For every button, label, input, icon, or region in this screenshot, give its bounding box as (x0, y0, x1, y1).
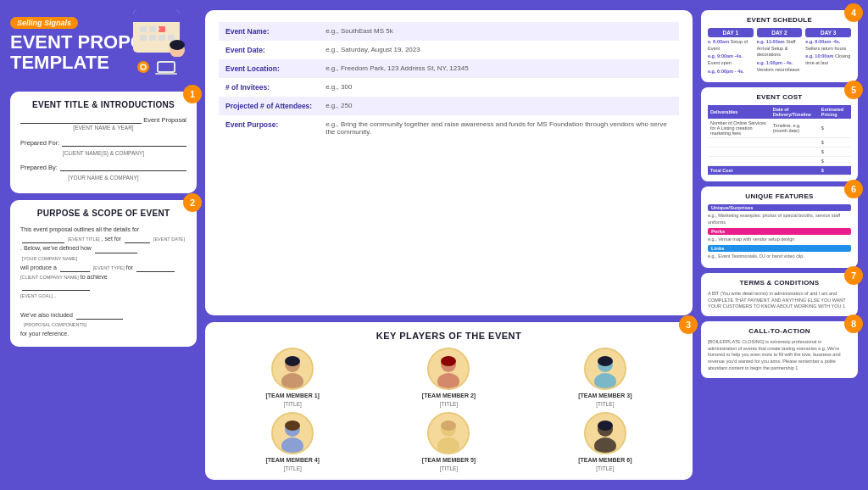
list-item: [TEAM MEMBER 1][TITLE] (217, 348, 368, 407)
schedule-day-header: DAY 3 (805, 28, 851, 37)
svg-point-19 (142, 65, 145, 69)
table-row: Number of Online Services for A Listing … (708, 119, 851, 138)
prepared-for-row: Prepared For: (20, 139, 186, 147)
event-proposal-text: Event Proposal (143, 116, 186, 124)
svg-rect-3 (140, 26, 147, 32)
table-cell-value: e.g., 250 (319, 97, 679, 115)
cost-cell (708, 138, 771, 148)
features-sections: Unique/Surprisese.g., Marketing examples… (708, 204, 851, 259)
feature-section: Unique/Surprisese.g., Marketing examples… (708, 204, 851, 225)
total-label: Total Cost (708, 166, 819, 175)
cost-cell (708, 148, 771, 157)
list-item: [TEAM MEMBER 5][TITLE] (373, 412, 524, 471)
feature-text: e.g., Venue map with vendor setup design (708, 237, 851, 242)
cost-column-header: Date of Delivery/Timeline (771, 105, 819, 119)
list-item: [TEAM MEMBER 6][TITLE] (530, 412, 681, 471)
avatar (584, 412, 626, 454)
terms-card: 7 TERMS & CONDITIONS A BIT (You write de… (701, 273, 858, 316)
feature-section-title: Unique/Surprises (708, 204, 851, 211)
cost-table: DeliverablesDate of Delivery/TimelineEst… (708, 105, 851, 175)
section2-number: 2 (183, 193, 202, 212)
table-row: # of Invitees:e.g., 300 (219, 78, 679, 97)
svg-rect-2 (133, 18, 180, 22)
key-players-card: 3 KEY PLAYERS OF THE EVENT [TEAM MEMBER … (205, 322, 693, 480)
table-row: $ (708, 157, 851, 166)
cost-card: 5 EVENT COST DeliverablesDate of Deliver… (701, 87, 858, 181)
schedule-item: e.g. 1:00pm - 4s. Vendors return/leave (757, 60, 803, 73)
svg-point-26 (441, 356, 456, 366)
section2-body: This event proposal outlines all the det… (20, 225, 186, 338)
cta-number: 8 (844, 315, 863, 333)
schedule-day: DAY 3e.g. 8:00am -4s. Sellers return hou… (805, 28, 851, 76)
player-name: [TEAM MEMBER 4] (265, 457, 319, 463)
brand-header: Selling Signals EVENT PROPOSAL TEMPLATE (10, 10, 197, 86)
section1-title: EVENT TITLE & INTRODUCTIONS (20, 100, 186, 109)
cost-title: EVENT COST (708, 93, 851, 101)
player-name: [TEAM MEMBER 6] (578, 457, 632, 463)
total-value: $ (819, 166, 851, 175)
feature-text: e.g., Event Testimonials, DJ or band vid… (708, 253, 851, 259)
feature-section-title: Perks (708, 228, 851, 235)
schedule-number: 4 (844, 3, 863, 22)
list-item: [TEAM MEMBER 2][TITLE] (373, 348, 524, 407)
cta-title: CALL-TO-ACTION (708, 327, 851, 335)
svg-rect-16 (155, 73, 177, 75)
terms-title: TERMS & CONDITIONS (708, 279, 851, 287)
schedule-item: e.g. 11:00am Staff Arrival Setup & decor… (757, 39, 803, 58)
brand-badge: Selling Signals (10, 17, 78, 29)
prepared-by-row: Prepared By: (20, 164, 186, 171)
table-cell-label: Event Date: (219, 41, 319, 59)
list-item: [TEAM MEMBER 3][TITLE] (530, 348, 681, 407)
player-title: [TITLE] (284, 465, 302, 471)
features-title: UNIQUE FEATURES (708, 192, 851, 200)
schedule-item: e.g. 6:00pm - 4s. (708, 69, 754, 75)
left-panel: Selling Signals EVENT PROPOSAL TEMPLATE (10, 10, 197, 480)
player-title: [TITLE] (440, 401, 458, 407)
svg-rect-6 (140, 35, 147, 41)
cost-number: 5 (844, 81, 863, 99)
section1-card: 1 EVENT TITLE & INTRODUCTIONS Event Prop… (10, 92, 197, 193)
hero-illustration: × (125, 6, 197, 86)
list-item: [TEAM MEMBER 4][TITLE] (217, 412, 368, 471)
player-title: [TITLE] (284, 401, 302, 407)
event-info-table: Event Name:e.g., SouthEast MS 5kEvent Da… (219, 22, 679, 141)
feature-section: Perkse.g., Venue map with vendor setup d… (708, 228, 851, 242)
cost-cell: $ (819, 148, 851, 157)
table-cell-value: e.g., 300 (319, 78, 679, 97)
right-panel: 4 EVENT SCHEDULE DAY 1e. 8:00am Setup of… (701, 10, 858, 480)
table-row: Projected # of Attendees:e.g., 250 (219, 97, 679, 115)
schedule-day-header: DAY 1 (708, 28, 754, 37)
svg-rect-7 (149, 35, 156, 41)
table-row: Event Date:e.g., Saturday, August 19, 20… (219, 41, 679, 59)
svg-rect-4 (149, 26, 156, 32)
feature-text: e.g., Marketing examples: photos of spec… (708, 213, 851, 225)
cta-text: [BOILERPLATE CLOSING] is extremely profe… (708, 339, 851, 371)
cost-cell: Number of Online Services for A Listing … (708, 119, 771, 138)
player-title: [TITLE] (596, 401, 614, 407)
svg-text:×: × (157, 26, 160, 31)
features-card: 6 UNIQUE FEATURES Unique/Surprisese.g., … (701, 187, 858, 268)
table-cell-value: e.g., Bring the community together and r… (319, 115, 679, 141)
table-row: Event Location:e.g., Freedom Park, 123 A… (219, 59, 679, 78)
event-name-label: [EVENT NAME & YEAR] (20, 125, 186, 131)
avatar (427, 412, 470, 454)
middle-panel: Event Name:e.g., SouthEast MS 5kEvent Da… (205, 10, 693, 480)
table-row: $ (708, 138, 851, 148)
section2-card: 2 PURPOSE & SCOPE OF EVENT This event pr… (10, 200, 197, 347)
svg-point-38 (441, 420, 456, 431)
event-info-card: Event Name:e.g., SouthEast MS 5kEvent Da… (205, 10, 693, 315)
client-names-label: [CLIENT NAME(S) & COMPANY] (20, 150, 186, 156)
table-cell-label: Event Purpose: (219, 115, 319, 141)
terms-text: A BIT (You write detail terms) in admini… (708, 291, 851, 310)
your-name-label: [YOUR NAME & COMPANY] (20, 175, 186, 181)
avatar (271, 348, 314, 390)
schedule-day: DAY 2e.g. 11:00am Staff Arrival Setup & … (757, 28, 803, 76)
table-cell-value: e.g., Saturday, August 19, 2023 (319, 41, 679, 59)
player-title: [TITLE] (596, 465, 614, 471)
svg-point-30 (598, 356, 613, 366)
cost-total-row: Total Cost$ (708, 166, 851, 175)
cost-cell (771, 157, 819, 166)
svg-rect-8 (159, 35, 165, 41)
table-row: $ (708, 148, 851, 157)
cost-cell: $ (819, 119, 851, 138)
